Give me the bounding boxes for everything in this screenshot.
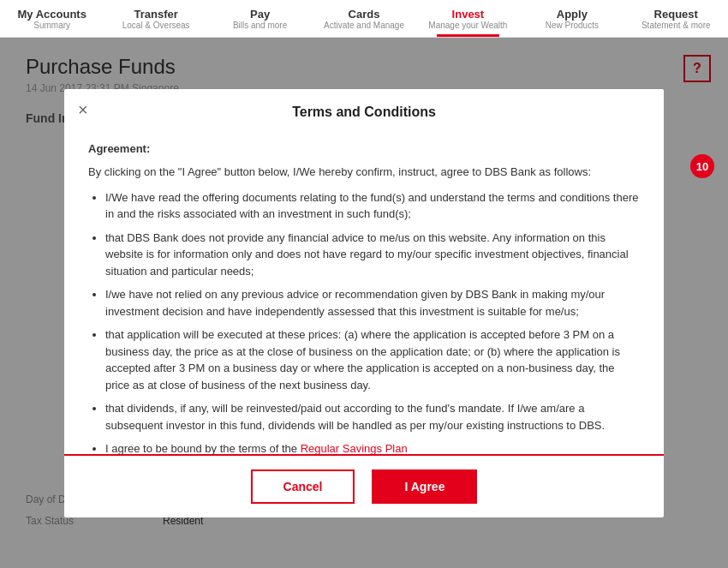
list-item: that dividends, if any, will be reinvest… <box>105 400 640 433</box>
agreement-label: Agreement: <box>88 141 640 158</box>
nav-label-invest: Invest <box>452 8 485 21</box>
nav-sub-request: Statement & more <box>641 21 711 30</box>
terms-modal: × Terms and Conditions Agreement: By cli… <box>64 89 664 517</box>
nav-item-cards[interactable]: CardsActivate and Manage <box>312 0 415 37</box>
nav-item-pay[interactable]: PayBills and more <box>208 0 312 37</box>
list-item: I agree to be bound by the terms of the … <box>105 440 640 454</box>
top-navigation: My AccountsSummaryTransferLocal & Overse… <box>0 0 728 38</box>
modal-close-button[interactable]: × <box>78 101 88 118</box>
nav-item-transfer[interactable]: TransferLocal & Overseas <box>104 0 207 37</box>
terms-list: I/We have read the offering documents re… <box>88 189 640 454</box>
nav-sub-invest: Manage your Wealth <box>428 21 507 30</box>
list-item: I/We have read the offering documents re… <box>105 189 640 223</box>
nav-label-my-accounts: My Accounts <box>18 8 87 21</box>
regular-savings-plan-link[interactable]: Regular Savings Plan <box>301 442 408 454</box>
list-item: I/we have not relied on any previous adv… <box>105 286 640 320</box>
list-item: that DBS Bank does not provide any finan… <box>105 230 640 280</box>
nav-item-apply[interactable]: ApplyNew Products <box>520 0 624 37</box>
nav-sub-pay: Bills and more <box>233 21 287 30</box>
list-item: that application will be executed at the… <box>105 326 640 393</box>
nav-label-cards: Cards <box>349 8 380 21</box>
nav-sub-apply: New Products <box>546 21 599 30</box>
agree-button[interactable]: I Agree <box>372 469 477 504</box>
modal-footer: Cancel I Agree <box>64 456 664 517</box>
notification-badge: 10 <box>690 154 714 178</box>
nav-label-request: Request <box>654 8 698 21</box>
nav-sub-cards: Activate and Manage <box>324 21 404 30</box>
modal-title: Terms and Conditions <box>292 105 436 119</box>
nav-label-pay: Pay <box>250 8 270 21</box>
modal-overlay: × Terms and Conditions Agreement: By cli… <box>0 38 728 568</box>
nav-label-apply: Apply <box>557 8 588 21</box>
nav-sub-transfer: Local & Overseas <box>122 21 190 30</box>
cancel-button[interactable]: Cancel <box>251 469 355 504</box>
nav-sub-my-accounts: Summary <box>33 21 70 30</box>
intro-text: By clicking on the "I Agree" button belo… <box>88 164 640 181</box>
modal-body: Agreement: By clicking on the "I Agree" … <box>64 132 664 454</box>
nav-label-transfer: Transfer <box>134 8 177 21</box>
page-content: Purchase Funds 14 Jun 2017 23:31 PM Sing… <box>0 38 728 568</box>
nav-item-invest[interactable]: InvestManage your Wealth <box>416 0 520 37</box>
nav-item-my-accounts[interactable]: My AccountsSummary <box>0 0 104 37</box>
modal-header: × Terms and Conditions <box>64 89 664 132</box>
nav-item-request[interactable]: RequestStatement & more <box>624 0 728 37</box>
